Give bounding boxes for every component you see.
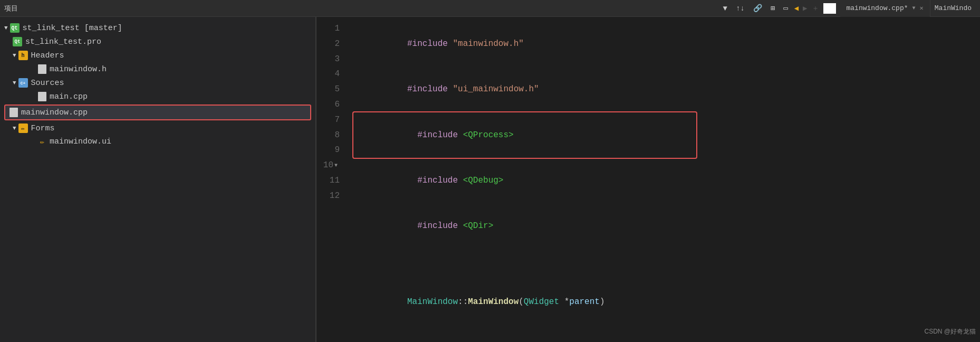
code-editor-panel: 1 2 3 4 5 6 7 8 9 10 ▼ 11 12 #i [316, 17, 980, 342]
tree-mainwindow-h[interactable]: mainwindow.h [0, 62, 315, 76]
line-num-7: 7 [316, 112, 340, 128]
code-line-3: #include <QProcess> [357, 112, 972, 158]
line-num-4: 4 [316, 66, 340, 82]
code-line-7 [357, 264, 972, 280]
file-tab[interactable]: mainwindow.cpp* ▼ ✕ [840, 0, 930, 17]
code-line-9: : QMainWindow(parent) [357, 325, 972, 342]
tab-filename: mainwindow.cpp* [847, 4, 908, 12]
line-num-12: 12 [316, 188, 340, 204]
main-cpp-label: main.cpp [50, 92, 88, 101]
forward-arrow-icon[interactable]: ▶ [803, 4, 807, 13]
mainwindow-cpp-label: mainwindow.cpp [21, 108, 88, 117]
tree-headers-group[interactable]: ▼ h Headers [0, 49, 315, 62]
expand-arrow-sources: ▼ [13, 80, 16, 86]
toolbar-icon-group: ▼ ↑↓ 🔗 ⊞ ▭ [721, 3, 790, 14]
main-cpp-icon [38, 92, 46, 101]
line-num-3: 3 [316, 52, 340, 67]
code-line-6 [357, 249, 972, 264]
code-content-area[interactable]: #include "mainwindow.h" #include "ui_mai… [348, 17, 980, 342]
plus-icon[interactable]: ＋ [812, 4, 819, 13]
tree-forms-group[interactable]: ▼ ✏ Forms [0, 121, 315, 135]
qt-project-icon: Qt [10, 23, 20, 33]
line-num-8: 8 [316, 128, 340, 143]
pro-file-label: st_link_test.pro [25, 37, 101, 46]
mainwindow-cpp-file-icon [9, 108, 18, 117]
mainwindow-h-label: mainwindow.h [50, 65, 107, 74]
highlighted-lines-group: #include <QProcess> #include <QDebug> #i… [357, 112, 972, 249]
mainwindow-ui-label: mainwindow.ui [50, 137, 111, 146]
headers-folder-icon: h [18, 51, 28, 60]
pro-file-icon: Qt [13, 37, 22, 46]
dropdown-icon[interactable]: ▼ [721, 3, 729, 14]
up-icon[interactable]: ↑↓ [734, 3, 747, 14]
line-num-11: 11 [316, 173, 340, 188]
tab-close-icon[interactable]: ✕ [920, 4, 924, 12]
file-tree-panel: ▼ Qt st_link_test [master] Qt st_link_te… [0, 17, 316, 342]
ui-file-icon: ✏ [38, 138, 46, 146]
code-line-2: #include "ui_mainwindow.h" [357, 66, 972, 112]
tree-main-cpp[interactable]: main.cpp [0, 90, 315, 103]
layout-icon[interactable]: ▭ [781, 3, 790, 14]
code-line-1: #include "mainwindow.h" [357, 21, 972, 66]
code-lines-container: 1 2 3 4 5 6 7 8 9 10 ▼ 11 12 #i [316, 17, 980, 342]
toolbar-project-label: 项目 [4, 4, 18, 13]
sources-folder-icon: C+ [18, 78, 28, 88]
tree-pro-file[interactable]: Qt st_link_test.pro [0, 35, 315, 49]
main-area: ▼ Qt st_link_test [master] Qt st_link_te… [0, 17, 980, 342]
expand-arrow-project: ▼ [4, 25, 8, 31]
line-numbers-gutter: 1 2 3 4 5 6 7 8 9 10 ▼ 11 12 [316, 17, 348, 342]
code-line-8: MainWindow::MainWindow(QWidget *parent) [357, 280, 972, 325]
project-name-label: st_link_test [master] [23, 24, 122, 33]
tab-dropdown-icon[interactable]: ▼ [912, 5, 916, 11]
headers-label: Headers [31, 51, 64, 60]
tree-mainwindow-cpp-selected[interactable]: mainwindow.cpp [4, 104, 311, 120]
header-file-icon [38, 64, 46, 74]
tab-overflow: MainWindo [930, 4, 976, 12]
line-num-9: 9 [316, 142, 340, 158]
line-num-2: 2 [316, 36, 340, 52]
tree-mainwindow-ui[interactable]: ✏ mainwindow.ui [0, 135, 315, 148]
back-arrow-icon[interactable]: ◀ [794, 4, 799, 13]
collapse-arrow-10[interactable]: ▼ [334, 161, 338, 170]
sources-label: Sources [31, 79, 64, 88]
line-num-1: 1 [316, 21, 340, 36]
toolbar: 项目 ▼ ↑↓ 🔗 ⊞ ▭ ◀ ▶ ＋ mainwindow.cpp* ▼ ✕ … [0, 0, 980, 17]
code-line-5: #include <QDir> [357, 204, 972, 249]
white-square-icon [823, 3, 836, 14]
grid-icon[interactable]: ⊞ [768, 3, 777, 14]
line-num-10: 10 ▼ [316, 158, 340, 173]
line-num-6: 6 [316, 97, 340, 112]
code-line-4: #include <QDebug> [357, 158, 972, 203]
forms-label: Forms [31, 124, 55, 133]
tree-sources-group[interactable]: ▼ C+ Sources [0, 76, 315, 90]
expand-arrow-forms: ▼ [13, 125, 16, 131]
watermark-label: CSDN @好奇龙猫 [924, 326, 976, 338]
expand-arrow-headers: ▼ [13, 52, 16, 59]
tree-project-root[interactable]: ▼ Qt st_link_test [master] [0, 21, 315, 35]
forms-folder-icon: ✏ [18, 124, 28, 133]
link-icon[interactable]: 🔗 [751, 3, 764, 14]
line-num-5: 5 [316, 82, 340, 97]
